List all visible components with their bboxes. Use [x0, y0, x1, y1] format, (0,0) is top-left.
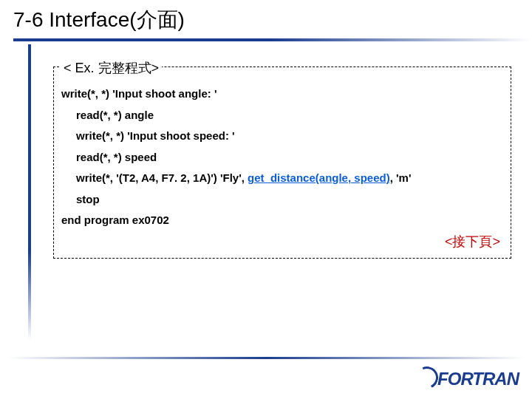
- highlighted-call: get_distance(angle, speed): [248, 171, 390, 184]
- slide-title: 7-6 Interface(介面): [13, 6, 532, 34]
- code-text: , 'm': [390, 171, 412, 184]
- code-box-label: < Ex. 完整程式>: [61, 59, 162, 77]
- vertical-rule: [28, 44, 31, 340]
- logo-text: FORTRAN: [437, 369, 519, 389]
- code-line: stop: [61, 189, 506, 211]
- code-box: write(*, *) 'Input shoot angle: ' read(*…: [53, 66, 511, 259]
- title-underline: [13, 38, 531, 41]
- code-line: end program ex0702: [61, 210, 506, 231]
- code-line: read(*, *) angle: [61, 105, 506, 126]
- code-text: write(*, '(T2, A4, F7. 2, 1A)') 'Fly',: [76, 171, 248, 184]
- code-line: write(*, *) 'Input shoot angle: ': [61, 83, 506, 105]
- code-line: write(*, *) 'Input shoot speed: ': [61, 126, 506, 147]
- code-line: write(*, '(T2, A4, F7. 2, 1A)') 'Fly', g…: [61, 168, 506, 189]
- footer-rule: [7, 357, 525, 359]
- code-content: write(*, *) 'Input shoot angle: ' read(*…: [54, 67, 511, 231]
- fortran-logo: FORTRAN: [418, 365, 519, 393]
- logo-swirl-icon: [418, 365, 436, 393]
- code-line: read(*, *) speed: [61, 147, 506, 168]
- next-page-label: <接下頁>: [445, 233, 500, 250]
